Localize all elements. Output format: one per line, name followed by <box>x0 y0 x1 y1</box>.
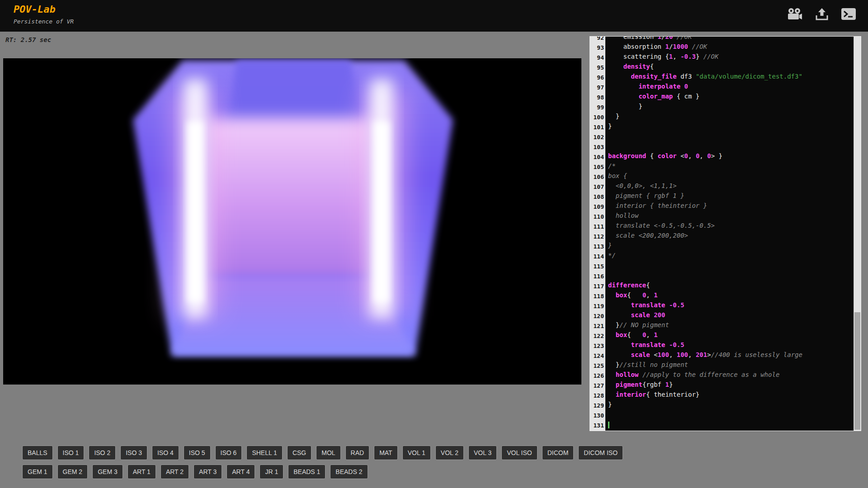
code-line[interactable]: scale 200 <box>608 311 854 321</box>
code-line[interactable]: */ <box>608 252 854 262</box>
code-line[interactable]: scattering {1, -0.3} //OK <box>608 53 854 63</box>
scene-button-iso-6[interactable]: ISO 6 <box>215 446 242 460</box>
line-number: 108 <box>590 192 604 202</box>
editor-scrollbar[interactable] <box>854 37 861 431</box>
line-number: 122 <box>590 331 604 341</box>
code-line[interactable]: } <box>608 401 854 411</box>
editor-scrollbar-thumb[interactable] <box>854 312 860 430</box>
line-number: 115 <box>590 262 604 272</box>
line-number: 104 <box>590 152 604 162</box>
app-subtitle: Persistence of VR <box>14 18 74 25</box>
render-time-status: RT: 2.57 sec <box>5 36 51 43</box>
scene-button-dicom-iso[interactable]: DICOM ISO <box>578 446 623 460</box>
line-number: 106 <box>590 172 604 182</box>
scene-button-iso-4[interactable]: ISO 4 <box>152 446 179 460</box>
code-editor[interactable]: 9293949596979899100101102103104105106107… <box>590 36 861 431</box>
line-number: 95 <box>590 63 604 73</box>
code-line[interactable]: } <box>608 242 854 252</box>
line-number: 109 <box>590 202 604 212</box>
terminal-icon[interactable] <box>841 7 856 21</box>
code-line[interactable] <box>608 132 854 142</box>
code-line[interactable]: scale <100, 100, 201>//400 is uselessly … <box>608 351 854 361</box>
scene-button-dicom[interactable]: DICOM <box>542 446 574 460</box>
code-line[interactable]: density{ <box>608 63 854 73</box>
editor-gutter: 9293949596979899100101102103104105106107… <box>590 37 605 431</box>
code-line[interactable]: scale <200,200,200> <box>608 232 854 242</box>
video-capture-icon[interactable] <box>787 7 803 21</box>
scene-button-art-3[interactable]: ART 3 <box>193 465 222 479</box>
code-line[interactable]: pigment { rgbf 1 } <box>608 192 854 202</box>
scene-button-mol[interactable]: MOL <box>316 446 340 460</box>
code-line[interactable] <box>608 142 854 152</box>
scene-button-vol-3[interactable]: VOL 3 <box>468 446 497 460</box>
code-line[interactable]: interpolate 0 <box>608 83 854 93</box>
line-number: 114 <box>590 252 604 262</box>
volume-render <box>3 58 581 385</box>
code-line[interactable]: } <box>608 122 854 132</box>
code-line[interactable]: interior{ theinterior} <box>608 391 854 401</box>
code-line[interactable] <box>608 421 854 431</box>
scene-button-csg[interactable]: CSG <box>287 446 311 460</box>
scene-button-iso-3[interactable]: ISO 3 <box>120 446 147 460</box>
code-line[interactable] <box>608 262 854 272</box>
line-number: 118 <box>590 291 604 301</box>
code-line[interactable]: difference{ <box>608 282 854 291</box>
line-number: 105 <box>590 162 604 172</box>
code-line[interactable]: translate <-0.5,-0.5,-0.5> <box>608 222 854 232</box>
code-line[interactable]: density_file df3 "data/volume/dicom_test… <box>608 73 854 83</box>
code-line[interactable]: color_map { cm } <box>608 93 854 103</box>
code-line[interactable]: }//still no pigment <box>608 361 854 371</box>
scene-button-shell-1[interactable]: SHELL 1 <box>246 446 283 460</box>
code-line[interactable]: absorption 1/1000 //OK <box>608 43 854 53</box>
line-number: 120 <box>590 311 604 321</box>
scene-button-iso-2[interactable]: ISO 2 <box>89 446 116 460</box>
code-line[interactable]: background { color <0, 0, 0> } <box>608 152 854 162</box>
code-line[interactable] <box>608 272 854 282</box>
code-line[interactable]: } <box>608 113 854 122</box>
line-number: 119 <box>590 301 604 311</box>
scene-button-beads-2[interactable]: BEADS 2 <box>330 465 368 479</box>
scene-button-vol-1[interactable]: VOL 1 <box>402 446 431 460</box>
code-line[interactable]: translate -0.5 <box>608 341 854 351</box>
line-number: 129 <box>590 401 604 411</box>
code-line[interactable]: box{ 0, 1 <box>608 331 854 341</box>
line-number: 130 <box>590 411 604 421</box>
line-number: 113 <box>590 242 604 252</box>
scene-button-jr-1[interactable]: JR 1 <box>259 465 283 479</box>
code-line[interactable]: emission 1/20 //OK <box>608 37 854 43</box>
line-number: 128 <box>590 391 604 401</box>
code-line[interactable]: box { <box>608 172 854 182</box>
code-line[interactable]: } <box>608 103 854 113</box>
line-number: 112 <box>590 232 604 242</box>
scene-button-vol-2[interactable]: VOL 2 <box>435 446 464 460</box>
app-header: POV-Lab Persistence of VR <box>0 0 868 32</box>
code-line[interactable]: /* <box>608 162 854 172</box>
scene-button-mat[interactable]: MAT <box>374 446 398 460</box>
line-number: 100 <box>590 113 604 122</box>
code-line[interactable]: hollow //apply to the difference as a wh… <box>608 371 854 381</box>
line-number: 93 <box>590 43 604 53</box>
scene-button-beads-1[interactable]: BEADS 1 <box>288 465 326 479</box>
code-line[interactable]: pigment{rgbf 1} <box>608 381 854 391</box>
scene-button-art-4[interactable]: ART 4 <box>226 465 255 479</box>
code-line[interactable]: interior { theinterior } <box>608 202 854 212</box>
scene-button-balls[interactable]: BALLS <box>22 446 53 460</box>
editor-code[interactable]: emission 1/20 //OK absorption 1/1000 //O… <box>605 37 854 431</box>
scene-button-iso-1[interactable]: ISO 1 <box>57 446 85 460</box>
scene-button-gem-3[interactable]: GEM 3 <box>92 465 123 479</box>
code-line[interactable]: <0,0,0>, <1,1,1> <box>608 182 854 192</box>
line-number: 92 <box>590 37 604 43</box>
code-line[interactable]: }// NO pigment <box>608 321 854 331</box>
code-line[interactable]: hollow <box>608 212 854 222</box>
scene-button-gem-1[interactable]: GEM 1 <box>22 465 53 479</box>
scene-button-art-2[interactable]: ART 2 <box>160 465 189 479</box>
upload-icon[interactable] <box>815 7 829 21</box>
scene-button-art-1[interactable]: ART 1 <box>127 465 156 479</box>
code-line[interactable]: box{ 0, 1 <box>608 291 854 301</box>
scene-button-vol-iso[interactable]: VOL ISO <box>501 446 538 460</box>
code-line[interactable]: translate -0.5 <box>608 301 854 311</box>
code-line[interactable] <box>608 411 854 421</box>
scene-button-gem-2[interactable]: GEM 2 <box>57 465 88 479</box>
scene-button-iso-5[interactable]: ISO 5 <box>184 446 211 460</box>
scene-button-rad[interactable]: RAD <box>345 446 370 460</box>
